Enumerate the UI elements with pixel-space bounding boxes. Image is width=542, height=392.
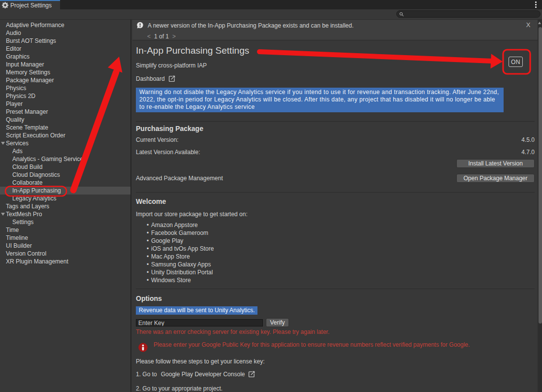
sidebar-item-label: Services <box>6 140 29 147</box>
key-check-error-text: There was an error checking server for e… <box>136 329 535 335</box>
notification-close-button[interactable]: X <box>525 21 532 29</box>
scroll-up-arrow-icon[interactable] <box>538 22 541 24</box>
tab-strip: Project Settings <box>0 0 542 9</box>
install-latest-version-button[interactable]: Install Latest Version <box>456 159 535 168</box>
google-key-input[interactable] <box>136 319 263 327</box>
verify-button[interactable]: Verify <box>266 318 289 327</box>
options-heading: Options <box>136 294 535 302</box>
sidebar-item-xr-plugin-management[interactable]: XR Plugin Management <box>0 258 130 265</box>
sidebar-item-settings[interactable]: Settings <box>0 218 130 226</box>
section-divider <box>136 192 535 193</box>
store-list-item: Windows Store <box>136 276 535 284</box>
sidebar-item-editor[interactable]: Editor <box>0 45 130 53</box>
store-list: Amazon AppstoreFacebook GameroomGoogle P… <box>136 221 535 284</box>
sidebar-item-player[interactable]: Player <box>0 100 130 108</box>
latest-version-row: Latest Version Available: 4.7.0 <box>136 149 535 156</box>
kebab-menu-icon[interactable] <box>533 1 539 8</box>
sidebar-item-label: Burst AOT Settings <box>6 37 56 44</box>
chevron-down-icon[interactable] <box>1 213 5 216</box>
sidebar-item-label: Ads <box>12 148 23 155</box>
notification-bar: A newer version of the In-App Purchasing… <box>132 20 538 40</box>
sidebar-item-adaptive-performance[interactable]: Adaptive Performance <box>0 21 130 29</box>
welcome-heading: Welcome <box>136 197 535 205</box>
legacy-analytics-warning: Warning do not disable the Legacy Analyt… <box>136 88 504 112</box>
sidebar-item-label: Collaborate <box>12 179 42 186</box>
sidebar-item-label: Graphics <box>6 53 30 60</box>
search-input[interactable] <box>406 11 538 17</box>
open-package-manager-button[interactable]: Open Package Manager <box>456 174 535 183</box>
sidebar-item-label: Physics <box>6 85 26 92</box>
google-play-console-link[interactable]: Google Play Developer Console <box>161 371 245 378</box>
sidebar-item-scene-template[interactable]: Scene Template <box>0 124 130 131</box>
sidebar-item-label: Script Execution Order <box>6 132 65 139</box>
advanced-package-management-row: Advanced Package Management Open Package… <box>136 174 535 183</box>
tab-title: Project Settings <box>10 2 52 9</box>
sidebar-item-label: TextMesh Pro <box>6 211 42 218</box>
store-list-item: Google Play <box>136 237 535 245</box>
current-version-value: 4.5.0 <box>521 137 535 143</box>
sidebar-item-label: XR Plugin Management <box>6 258 68 265</box>
sidebar-item-cloud-build[interactable]: Cloud Build <box>0 163 130 171</box>
sidebar-item-tags-and-layers[interactable]: Tags and Layers <box>0 202 130 210</box>
sidebar-item-graphics[interactable]: Graphics <box>0 53 130 61</box>
sidebar-item-label: Analytics - Gaming Services <box>12 156 86 163</box>
sidebar-item-quality[interactable]: Quality <box>0 116 130 124</box>
sidebar-item-collaborate[interactable]: Collaborate <box>0 179 130 187</box>
sidebar-item-label: Memory Settings <box>6 69 50 76</box>
sidebar-item-textmesh-pro[interactable]: TextMesh Pro <box>0 210 130 218</box>
sidebar-item-label: Settings <box>12 219 33 226</box>
sidebar-item-time[interactable]: Time <box>0 226 130 234</box>
sidebar-item-input-manager[interactable]: Input Manager <box>0 61 130 68</box>
settings-content: In-App Purchasing Settings Simplify cros… <box>132 45 538 392</box>
steps-intro-text: Please follow these steps to get your li… <box>136 359 535 365</box>
vertical-scrollbar <box>538 20 542 392</box>
sidebar-item-ui-builder[interactable]: UI Builder <box>0 242 130 250</box>
sidebar-item-in-app-purchasing[interactable]: In-App Purchasing <box>0 187 130 195</box>
sidebar-item-package-manager[interactable]: Package Manager <box>0 76 130 84</box>
external-link-icon <box>248 371 255 378</box>
search-box[interactable] <box>396 10 541 18</box>
sidebar-item-label: In-App Purchasing <box>12 187 61 194</box>
sidebar-item-physics[interactable]: Physics <box>0 84 130 92</box>
notification-pager: < 1 of 1 > <box>147 33 176 40</box>
sidebar-item-label: Time <box>6 227 19 233</box>
section-divider <box>136 121 535 122</box>
sidebar-item-label: Version Control <box>6 250 46 257</box>
sidebar-item-label: Adaptive Performance <box>6 22 64 29</box>
sidebar-item-label: Physics 2D <box>6 93 35 99</box>
iap-enabled-toggle[interactable]: ON <box>509 57 523 67</box>
sidebar-item-cloud-diagnostics[interactable]: Cloud Diagnostics <box>0 171 130 179</box>
scrollbar-thumb[interactable] <box>539 27 542 324</box>
tab-project-settings[interactable]: Project Settings <box>0 0 60 9</box>
sidebar-item-legacy-analytics[interactable]: Legacy Analytics <box>0 195 130 202</box>
notification-message: A newer version of the In-App Purchasing… <box>148 22 353 29</box>
sidebar-item-preset-manager[interactable]: Preset Manager <box>0 108 130 116</box>
purchasing-package-heading: Purchasing Package <box>136 125 535 132</box>
pager-next-button[interactable]: > <box>172 33 176 40</box>
dashboard-label: Dashboard <box>136 75 165 82</box>
sidebar-item-physics-2d[interactable]: Physics 2D <box>0 92 130 100</box>
sidebar-item-ads[interactable]: Ads <box>0 147 130 155</box>
sidebar-item-script-execution-order[interactable]: Script Execution Order <box>0 131 130 139</box>
sidebar-item-label: Preset Manager <box>6 108 48 115</box>
chevron-down-icon[interactable] <box>1 142 5 145</box>
sidebar-item-label: Audio <box>6 30 21 36</box>
dashboard-link[interactable]: Dashboard <box>136 75 535 82</box>
google-key-error-row: Please enter your Google Public Key for … <box>136 341 535 352</box>
google-key-row: Verify <box>136 318 535 327</box>
sidebar-item-audio[interactable]: Audio <box>0 29 130 37</box>
sidebar-item-label: Package Manager <box>6 77 54 84</box>
sidebar-item-timeline[interactable]: Timeline <box>0 234 130 242</box>
sidebar-item-analytics-gaming-services[interactable]: Analytics - Gaming Services <box>0 155 130 163</box>
sidebar-item-burst-aot-settings[interactable]: Burst AOT Settings <box>0 37 130 45</box>
settings-sidebar: Adaptive PerformanceAudioBurst AOT Setti… <box>0 20 131 392</box>
sidebar-item-version-control[interactable]: Version Control <box>0 250 130 258</box>
sidebar-item-services[interactable]: Services <box>0 139 130 147</box>
search-icon <box>399 12 404 17</box>
toolbar <box>0 9 542 20</box>
sidebar-item-memory-settings[interactable]: Memory Settings <box>0 68 130 76</box>
pager-prev-button[interactable]: < <box>147 33 151 40</box>
sidebar-item-label: Quality <box>6 116 24 123</box>
current-version-label: Current Version: <box>136 137 179 143</box>
welcome-intro: Import our store package to get started … <box>136 211 535 218</box>
